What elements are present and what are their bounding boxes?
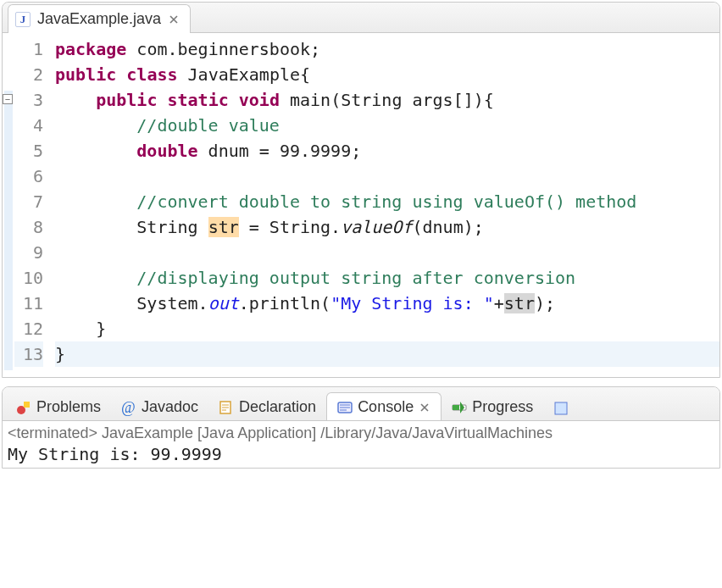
svg-rect-5 [453,405,459,410]
editor-tabbar: J JavaExample.java [3,3,719,33]
editor-tab-javaexample[interactable]: J JavaExample.java [8,4,191,33]
javadoc-icon: @ [121,400,136,415]
tab-label: Declaration [239,398,316,416]
console-body: <terminated> JavaExample [Java Applicati… [3,421,719,468]
code-line: //displaying output string after convers… [55,265,719,291]
tab-more[interactable] [543,396,579,421]
code-area[interactable]: − 1 2 3 4 5 6 7 8 9 10 11 12 13 package … [3,33,719,377]
tab-javadoc[interactable]: @ Javadoc [111,393,208,421]
fold-strip: − [3,36,14,367]
code-line: double dnum = 99.9999; [55,138,719,164]
lineno: 5 [14,138,43,164]
editor-panel: J JavaExample.java − 1 2 3 4 5 6 7 8 9 1… [2,2,720,378]
line-gutter: 1 2 3 4 5 6 7 8 9 10 11 12 13 [14,36,48,367]
problems-icon [16,400,31,415]
tab-progress[interactable]: Progress [442,393,543,421]
generic-view-icon [553,401,569,416]
tab-problems[interactable]: Problems [6,393,111,421]
code-line: //convert double to string using valueOf… [55,189,719,214]
bottom-panel: Problems @ Javadoc Declaration Console [2,386,720,469]
lineno: 11 [14,291,43,316]
lineno: 6 [14,164,43,189]
declaration-icon [219,400,234,415]
close-icon[interactable] [168,14,180,25]
close-icon[interactable] [419,402,430,413]
tab-label: Console [358,398,414,416]
console-output: My String is: 99.9999 [8,444,714,464]
code-line: } [55,316,719,341]
progress-icon [452,400,467,415]
code-line: } [55,341,719,367]
lineno: 13 [14,341,43,367]
code-line: System.out.println("My String is: "+str)… [55,291,719,316]
lineno: 3 [14,87,43,113]
editor-tab-title: JavaExample.java [37,10,161,28]
fold-range-bar [4,91,13,370]
tab-declaration[interactable]: Declaration [208,393,326,421]
lineno: 8 [14,214,43,240]
console-icon [337,400,353,415]
code-line [55,240,719,265]
java-file-icon: J [15,12,31,27]
tab-label: Javadoc [142,398,198,416]
svg-rect-1 [24,402,30,408]
svg-rect-6 [555,402,567,414]
tab-console[interactable]: Console [326,392,442,421]
code-line: public static void main(String args[]){ [55,87,719,113]
lineno: 2 [14,62,43,87]
lineno: 1 [14,36,43,62]
tab-label: Problems [36,398,101,416]
lineno: 10 [14,265,43,291]
lineno: 12 [14,316,43,341]
lineno: 9 [14,240,43,265]
code-text[interactable]: package com.beginnersbook; public class … [48,36,719,367]
console-meta: <terminated> JavaExample [Java Applicati… [8,424,714,442]
code-line: package com.beginnersbook; [55,36,719,62]
code-line: String str = String.valueOf(dnum); [55,214,719,240]
fold-collapse-icon[interactable]: − [3,94,13,104]
tab-label: Progress [472,398,533,416]
code-line [55,164,719,189]
code-line: public class JavaExample{ [55,62,719,87]
bottom-tabbar: Problems @ Javadoc Declaration Console [3,387,719,421]
lineno: 7 [14,189,43,214]
code-line: //double value [55,113,719,138]
lineno: 4 [14,113,43,138]
